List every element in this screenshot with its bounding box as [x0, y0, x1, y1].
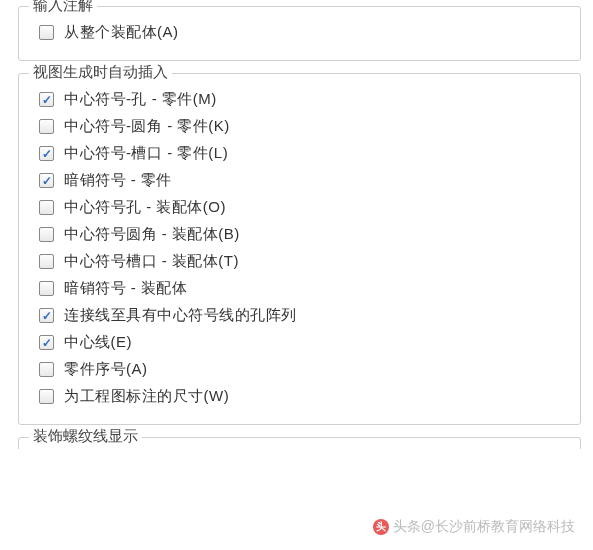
checkbox[interactable]	[39, 308, 54, 323]
checkbox[interactable]	[39, 119, 54, 134]
watermark-text: 头条@长沙前桥教育网络科技	[393, 518, 575, 536]
checkbox-row[interactable]: 中心符号圆角 - 装配体(B)	[33, 225, 566, 244]
checkbox[interactable]	[39, 92, 54, 107]
group-auto-insert: 视图生成时自动插入 中心符号-孔 - 零件(M) 中心符号-圆角 - 零件(K)…	[18, 73, 581, 425]
checkbox[interactable]	[39, 227, 54, 242]
checkbox[interactable]	[39, 25, 54, 40]
checkbox-row[interactable]: 中心符号-圆角 - 零件(K)	[33, 117, 566, 136]
checkbox[interactable]	[39, 254, 54, 269]
checkbox-row[interactable]: 暗销符号 - 装配体	[33, 279, 566, 298]
checkbox[interactable]	[39, 173, 54, 188]
checkbox[interactable]	[39, 281, 54, 296]
checkbox-label: 中心符号-槽口 - 零件(L)	[64, 144, 228, 163]
checkbox[interactable]	[39, 389, 54, 404]
checkbox[interactable]	[39, 146, 54, 161]
checkbox-row[interactable]: 连接线至具有中心符号线的孔阵列	[33, 306, 566, 325]
checkbox-row[interactable]: 零件序号(A)	[33, 360, 566, 379]
checkbox[interactable]	[39, 362, 54, 377]
checkbox-label: 暗销符号 - 装配体	[64, 279, 187, 298]
checkbox-row[interactable]: 中心线(E)	[33, 333, 566, 352]
checkbox-label: 中心符号-圆角 - 零件(K)	[64, 117, 230, 136]
checkbox-row[interactable]: 中心符号-槽口 - 零件(L)	[33, 144, 566, 163]
watermark-icon: 头	[373, 519, 389, 535]
checkbox-label: 中心符号槽口 - 装配体(T)	[64, 252, 239, 271]
checkbox-label: 从整个装配体(A)	[64, 23, 179, 42]
checkbox-label: 中心符号圆角 - 装配体(B)	[64, 225, 240, 244]
checkbox-row[interactable]: 中心符号槽口 - 装配体(T)	[33, 252, 566, 271]
checkbox-label: 为工程图标注的尺寸(W)	[64, 387, 229, 406]
checkbox-row[interactable]: 中心符号孔 - 装配体(O)	[33, 198, 566, 217]
checkbox-row[interactable]: 从整个装配体(A)	[33, 23, 566, 42]
checkbox-row[interactable]: 中心符号-孔 - 零件(M)	[33, 90, 566, 109]
checkbox-label: 暗销符号 - 零件	[64, 171, 172, 190]
group-input-annotations: 输入注解 从整个装配体(A)	[18, 6, 581, 61]
checkbox-label: 零件序号(A)	[64, 360, 148, 379]
checkbox-label: 连接线至具有中心符号线的孔阵列	[64, 306, 297, 325]
checkbox[interactable]	[39, 335, 54, 350]
checkbox-row[interactable]: 为工程图标注的尺寸(W)	[33, 387, 566, 406]
group-title: 装饰螺纹线显示	[29, 427, 142, 446]
group-title: 输入注解	[29, 0, 97, 15]
group-truncated: 装饰螺纹线显示	[18, 437, 581, 449]
checkbox-row[interactable]: 暗销符号 - 零件	[33, 171, 566, 190]
watermark: 头 头条@长沙前桥教育网络科技	[373, 518, 575, 536]
checkbox-label: 中心线(E)	[64, 333, 132, 352]
group-title: 视图生成时自动插入	[29, 63, 172, 82]
checkbox-label: 中心符号-孔 - 零件(M)	[64, 90, 217, 109]
checkbox[interactable]	[39, 200, 54, 215]
checkbox-label: 中心符号孔 - 装配体(O)	[64, 198, 226, 217]
